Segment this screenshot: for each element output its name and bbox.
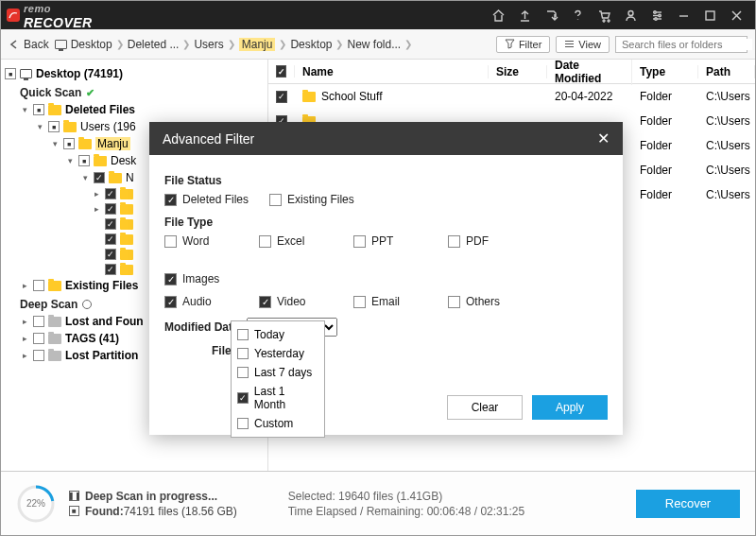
column-path[interactable]: Path (698, 65, 755, 78)
cart-icon[interactable] (591, 2, 617, 28)
dropdown-option[interactable]: Yesterday (237, 344, 318, 363)
checkbox[interactable] (33, 350, 44, 361)
checkbox[interactable] (33, 104, 44, 115)
folder-icon (120, 234, 133, 245)
back-button[interactable]: Back (9, 38, 49, 51)
checkbox[interactable] (237, 418, 249, 429)
filter-checkbox[interactable]: Existing Files (269, 193, 354, 206)
checkbox[interactable] (164, 235, 177, 248)
checkbox[interactable] (164, 296, 177, 308)
checkbox[interactable] (237, 329, 249, 340)
checkbox[interactable] (237, 348, 249, 359)
recover-button[interactable]: Recover (636, 490, 740, 518)
tree-root[interactable]: Desktop (74191) (1, 65, 267, 82)
checkbox[interactable] (94, 172, 105, 183)
stop-icon[interactable]: ■ (69, 506, 79, 516)
chevron-right-icon[interactable]: ▸ (20, 281, 29, 290)
checkbox[interactable] (164, 194, 177, 206)
checkbox[interactable] (33, 316, 44, 327)
checkbox[interactable] (33, 333, 44, 344)
filter-checkbox[interactable]: Excel (259, 234, 333, 248)
minimize-button[interactable] (670, 2, 696, 28)
checkbox[interactable] (5, 68, 16, 79)
breadcrumb-item[interactable]: Users (194, 38, 223, 51)
modified-date-dropdown[interactable]: TodayYesterdayLast 7 daysLast 1 MonthCus… (231, 320, 325, 438)
breadcrumb-item[interactable]: Deleted ... (128, 38, 180, 51)
filter-checkbox[interactable]: Images (164, 272, 238, 285)
column-date[interactable]: Date Modified (547, 60, 632, 85)
row-checkbox[interactable]: ✓ (276, 91, 287, 103)
column-size[interactable]: Size (489, 65, 547, 78)
checkbox[interactable] (105, 264, 116, 275)
search-box[interactable] (615, 36, 747, 53)
chevron-down-icon[interactable]: ▾ (50, 139, 60, 148)
dropdown-option[interactable]: Last 7 days (237, 363, 318, 382)
breadcrumb-item[interactable]: Desktop (55, 38, 112, 51)
check-icon: ✔ (86, 87, 94, 99)
checkbox[interactable] (353, 296, 366, 308)
chevron-right-icon[interactable]: ▸ (20, 334, 29, 343)
checkbox[interactable] (105, 188, 116, 199)
chevron-right-icon[interactable]: ▸ (20, 317, 29, 326)
search-input[interactable] (622, 39, 752, 50)
breadcrumb-item[interactable]: Manju (239, 38, 276, 51)
apply-button[interactable]: Apply (532, 395, 608, 420)
chevron-down-icon[interactable]: ▾ (65, 156, 75, 165)
close-button[interactable] (723, 2, 749, 28)
cell-name: School Stuff (295, 90, 489, 103)
view-button[interactable]: View (556, 36, 610, 53)
chevron-down-icon[interactable]: ▾ (20, 105, 29, 114)
checkbox[interactable] (33, 280, 44, 291)
upload-icon[interactable] (511, 2, 538, 28)
filter-checkbox[interactable]: Video (259, 295, 333, 308)
chevron-down-icon[interactable]: ▾ (80, 173, 90, 182)
select-all-checkbox[interactable]: ✓ (276, 65, 286, 78)
chevron-right-icon[interactable]: ▸ (20, 351, 29, 360)
filter-checkbox[interactable]: PDF (448, 234, 522, 248)
home-icon[interactable] (485, 2, 511, 28)
checkbox[interactable] (105, 233, 116, 245)
tree-item[interactable]: ▾Deleted Files (1, 101, 267, 118)
breadcrumb-item[interactable]: New fold... (347, 38, 401, 51)
checkbox[interactable] (78, 155, 90, 166)
checkbox[interactable] (48, 121, 60, 132)
checkbox[interactable] (105, 203, 116, 215)
chevron-right-icon[interactable]: ▸ (92, 204, 101, 214)
breadcrumb-item[interactable]: Desktop (290, 38, 332, 51)
chevron-down-icon[interactable]: ▾ (35, 122, 44, 131)
checkbox[interactable] (259, 235, 271, 248)
filter-button[interactable]: Filter (496, 36, 550, 53)
help-icon[interactable] (564, 2, 591, 28)
checkbox[interactable] (448, 296, 460, 308)
filter-checkbox[interactable]: PPT (353, 234, 427, 248)
checkbox[interactable] (353, 235, 366, 248)
close-icon[interactable]: ✕ (597, 130, 610, 147)
checkbox[interactable] (237, 367, 249, 378)
table-row[interactable]: ✓ School Stuff 20-04-2022 Folder C:\User… (268, 84, 755, 109)
settings-icon[interactable] (644, 2, 670, 28)
user-icon[interactable] (617, 2, 644, 28)
export-icon[interactable] (538, 2, 564, 28)
checkbox[interactable] (105, 218, 116, 230)
checkbox[interactable] (164, 273, 177, 285)
dropdown-option[interactable]: Today (237, 325, 318, 344)
filter-checkbox[interactable]: Others (448, 295, 522, 308)
checkbox[interactable] (105, 249, 116, 260)
checkbox[interactable] (237, 392, 249, 404)
checkbox[interactable] (448, 235, 460, 248)
filter-checkbox[interactable]: Audio (164, 295, 238, 308)
checkbox[interactable] (269, 194, 282, 206)
checkbox[interactable] (63, 138, 75, 149)
column-name[interactable]: Name (295, 65, 489, 78)
maximize-button[interactable] (696, 2, 723, 28)
filter-checkbox[interactable]: Word (164, 234, 238, 248)
checkbox[interactable] (259, 296, 271, 308)
chevron-right-icon[interactable]: ▸ (92, 189, 101, 199)
filter-checkbox[interactable]: Email (353, 295, 427, 308)
filter-checkbox[interactable]: Deleted Files (164, 193, 249, 206)
dropdown-option[interactable]: Last 1 Month (237, 382, 318, 414)
column-type[interactable]: Type (632, 65, 698, 78)
clear-button[interactable]: Clear (447, 395, 523, 420)
dropdown-option[interactable]: Custom (237, 414, 318, 433)
pause-icon[interactable]: ❚❚ (69, 491, 79, 501)
